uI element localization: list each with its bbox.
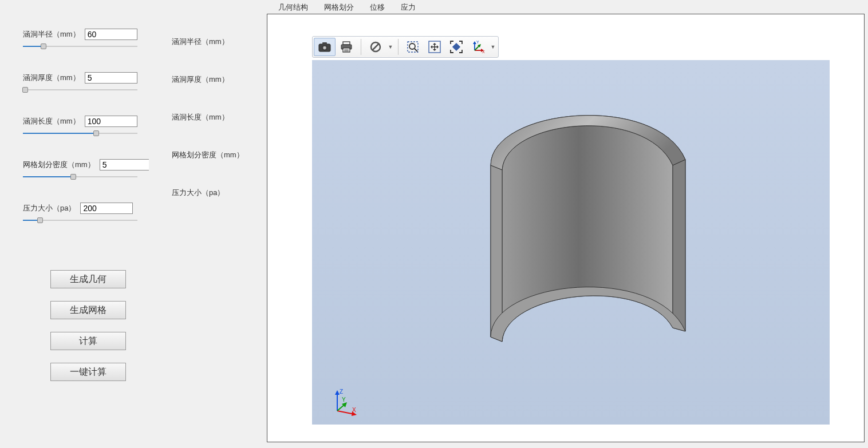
svg-rect-1	[322, 42, 327, 45]
svg-text:X: X	[482, 50, 485, 54]
fit-icon[interactable]	[445, 38, 467, 56]
viewer-panel: 几何结构 网格划分 位移 应力 ▼	[263, 0, 868, 448]
axis-orient-dropdown-icon[interactable]: ▼	[489, 44, 497, 50]
slider-thickness[interactable]	[23, 86, 137, 94]
readout-length: 涵洞长度（mm）	[172, 110, 258, 148]
label-length: 涵洞长度（mm）	[23, 116, 80, 126]
slider-mesh[interactable]	[23, 173, 137, 181]
svg-point-3	[323, 47, 326, 49]
slider-length[interactable]	[23, 129, 137, 137]
svg-line-10	[372, 43, 379, 50]
label-radius: 涵洞半径（mm）	[23, 29, 80, 39]
pan-icon[interactable]	[424, 38, 445, 56]
model-half-pipe	[433, 85, 708, 400]
param-mesh: 网格划分密度（mm）	[23, 159, 143, 181]
svg-rect-4	[343, 42, 350, 45]
label-mesh: 网格划分密度（mm）	[23, 160, 95, 170]
readout-pressure: 压力大小（pa）	[172, 185, 258, 223]
axis-triad-icon: Z X Y	[329, 388, 358, 417]
tab-mesh[interactable]: 网格划分	[323, 2, 355, 13]
compute-button[interactable]: 计算	[50, 332, 126, 350]
tab-bar: 几何结构 网格划分 位移 应力	[267, 0, 865, 14]
label-thickness: 涵洞厚度（mm）	[23, 73, 80, 83]
nobounds-dropdown-icon[interactable]: ▼	[386, 44, 394, 50]
input-length[interactable]	[85, 116, 137, 127]
tab-stress[interactable]: 应力	[400, 2, 417, 13]
parameters-panel: 涵洞半径（mm） 涵洞厚度（mm） 涵洞长度（mm）	[0, 0, 149, 448]
input-thickness[interactable]	[85, 72, 137, 84]
viewport-3d[interactable]: Z X Y	[312, 60, 830, 425]
input-radius[interactable]	[85, 29, 137, 40]
input-mesh[interactable]	[100, 159, 152, 171]
camera-icon[interactable]	[314, 38, 336, 56]
axis-orient-icon[interactable]: Y X	[467, 38, 489, 56]
slider-pressure[interactable]	[23, 216, 137, 224]
viewer-frame: ▼ Y X	[267, 14, 865, 442]
readout-mesh: 网格划分密度（mm）	[172, 148, 258, 185]
param-pressure: 压力大小（pa）	[23, 203, 143, 224]
param-radius: 涵洞半径（mm）	[23, 29, 143, 50]
param-length: 涵洞长度（mm）	[23, 116, 143, 137]
input-pressure[interactable]	[80, 203, 133, 214]
label-pressure: 压力大小（pa）	[23, 203, 76, 213]
one-click-compute-button[interactable]: 一键计算	[50, 363, 126, 381]
zoom-box-icon[interactable]	[402, 38, 424, 56]
readout-thickness: 涵洞厚度（mm）	[172, 72, 258, 110]
axis-y-label: Y	[342, 397, 346, 403]
tab-displacement[interactable]: 位移	[369, 2, 386, 13]
readout-radius: 涵洞半径（mm）	[172, 34, 258, 72]
svg-rect-17	[452, 43, 460, 51]
svg-line-13	[415, 49, 417, 51]
slider-radius[interactable]	[23, 42, 137, 50]
print-icon[interactable]	[336, 38, 357, 56]
axis-z-label: Z	[340, 388, 343, 395]
svg-text:Y: Y	[476, 40, 479, 44]
param-thickness: 涵洞厚度（mm）	[23, 72, 143, 94]
generate-geometry-button[interactable]: 生成几何	[50, 270, 126, 288]
svg-point-12	[409, 43, 415, 49]
tab-geometry[interactable]: 几何结构	[277, 2, 309, 13]
readouts-panel: 涵洞半径（mm） 涵洞厚度（mm） 涵洞长度（mm） 网格划分密度（mm） 压力…	[149, 0, 263, 448]
viewer-toolbar: ▼ Y X	[312, 36, 499, 58]
axis-x-label: X	[352, 407, 356, 413]
nobounds-icon[interactable]	[365, 38, 386, 56]
generate-mesh-button[interactable]: 生成网格	[50, 301, 126, 319]
